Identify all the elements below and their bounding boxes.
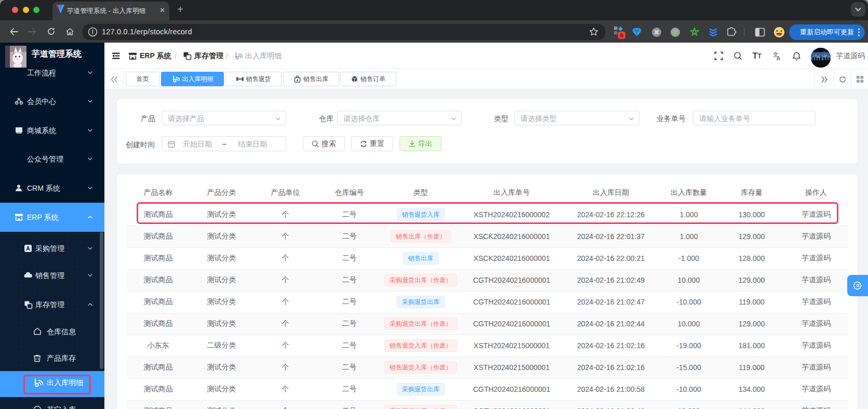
svg-text:A: A bbox=[777, 56, 780, 61]
svg-text:⌘: ⌘ bbox=[654, 29, 660, 35]
svg-text:6: 6 bbox=[620, 32, 623, 38]
svg-text:文心一格: 文心一格 bbox=[814, 54, 827, 58]
